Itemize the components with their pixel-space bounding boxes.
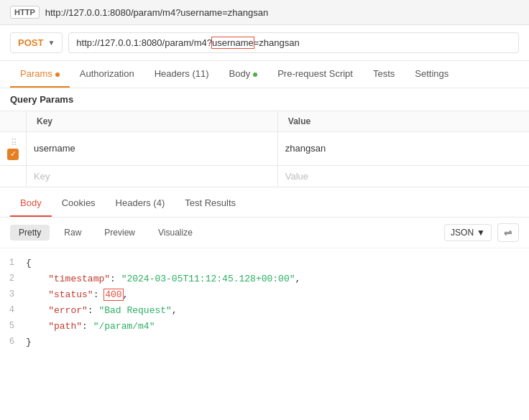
line-num-4: 4 (0, 303, 26, 319)
method-select[interactable]: POST ▼ (10, 32, 63, 53)
tab-prerequest[interactable]: Pre-request Script (267, 61, 363, 88)
url-base: http://127.0.0.1:8080/param/m4? (76, 37, 212, 48)
url-input-display[interactable]: http://127.0.0.1:8080/param/m4?username=… (68, 32, 519, 53)
code-line-6: 6 } (0, 335, 529, 350)
drag-handle-icon: ⠿ (11, 138, 16, 148)
url-username-highlight: username (212, 37, 254, 48)
row-key[interactable]: username (27, 132, 278, 166)
code-line-3: 3 "status": 400, (0, 287, 529, 303)
chevron-down-icon: ▼ (47, 39, 55, 47)
col-value: Value (277, 111, 529, 132)
line-num-2: 2 (0, 271, 26, 287)
code-line-5: 5 "path": "/param/m4" (0, 319, 529, 335)
code-line-2: 2 "timestamp": "2024-03-05T11:12:45.128+… (0, 271, 529, 287)
col-key: Key (27, 111, 278, 132)
line-content-1: { (26, 256, 32, 271)
empty-ctrl (0, 165, 27, 187)
query-params-label: Query Params (0, 88, 529, 111)
preview-button[interactable]: Preview (96, 225, 144, 241)
method-label: POST (18, 37, 43, 48)
table-row: ⠿ ✓ username zhangsan (0, 132, 529, 166)
col-ctrl (0, 111, 27, 132)
line-num-3: 3 (0, 287, 26, 303)
title-url: http://127.0.0.1:8080/param/m4?username=… (45, 7, 268, 18)
tab-params[interactable]: Params (10, 61, 70, 88)
url-rest: =zhangsan (254, 37, 300, 48)
empty-key-placeholder: Key (34, 171, 50, 182)
title-bar: HTTP http://127.0.0.1:8080/param/m4?user… (0, 0, 529, 25)
format-chevron-icon: ▼ (477, 228, 485, 238)
wrap-button[interactable]: ⇌ (497, 223, 519, 242)
json-val-timestamp: "2024-03-05T11:12:45.128+00:00" (121, 274, 295, 284)
json-key-timestamp: "timestamp" (48, 274, 110, 284)
code-line-4: 4 "error": "Bad Request", (0, 303, 529, 319)
tab-authorization[interactable]: Authorization (70, 61, 144, 88)
table-empty-row: Key Value (0, 165, 529, 187)
params-dot (55, 73, 60, 77)
line-content-5: "path": "/param/m4" (26, 319, 155, 335)
body-dot (253, 73, 257, 77)
json-key-error: "error" (48, 305, 88, 316)
format-bar: Pretty Raw Preview Visualize JSON ▼ ⇌ (0, 218, 529, 248)
line-content-4: "error": "Bad Request", (26, 303, 178, 319)
json-key-path: "path" (48, 321, 82, 332)
line-content-2: "timestamp": "2024-03-05T11:12:45.128+00… (26, 271, 300, 287)
body-tabs: Body Cookies Headers (4) Test Results (0, 190, 529, 218)
empty-value[interactable]: Value (277, 165, 529, 187)
format-label: JSON (451, 228, 474, 238)
row-checkbox[interactable]: ✓ (7, 149, 19, 160)
tab-body[interactable]: Body (219, 61, 268, 88)
line-num-5: 5 (0, 319, 26, 335)
line-num-6: 6 (0, 335, 26, 350)
tab-headers[interactable]: Headers (11) (144, 61, 219, 88)
raw-button[interactable]: Raw (55, 225, 90, 241)
body-tab-body[interactable]: Body (10, 190, 52, 217)
body-tab-testresults[interactable]: Test Results (175, 190, 246, 217)
row-value[interactable]: zhangsan (277, 132, 529, 166)
json-val-status: 400 (104, 289, 122, 300)
body-tab-cookies[interactable]: Cookies (52, 190, 106, 217)
code-area: 1 { 2 "timestamp": "2024-03-05T11:12:45.… (0, 248, 529, 358)
tab-tests[interactable]: Tests (363, 61, 405, 88)
line-content-3: "status": 400, (26, 287, 128, 303)
json-val-error: "Bad Request" (98, 305, 171, 316)
visualize-button[interactable]: Visualize (150, 225, 201, 241)
row-controls: ⠿ ✓ (0, 132, 27, 166)
http-badge: HTTP (10, 6, 40, 19)
tab-settings[interactable]: Settings (405, 61, 459, 88)
empty-key[interactable]: Key (27, 165, 278, 187)
line-num-1: 1 (0, 256, 26, 271)
json-key-status: "status" (48, 289, 93, 300)
params-table: Key Value ⠿ ✓ username zhangsan Key Valu… (0, 111, 529, 187)
body-tab-headers4[interactable]: Headers (4) (106, 190, 175, 217)
wrap-icon: ⇌ (504, 227, 512, 238)
line-content-6: } (26, 335, 32, 350)
code-line-1: 1 { (0, 256, 529, 271)
format-select[interactable]: JSON ▼ (444, 224, 492, 241)
key-text: username (34, 143, 75, 154)
json-val-path: "/param/m4" (93, 321, 155, 332)
empty-value-placeholder: Value (285, 171, 308, 182)
pretty-button[interactable]: Pretty (10, 225, 50, 241)
request-bar: POST ▼ http://127.0.0.1:8080/param/m4?us… (0, 25, 529, 61)
value-text: zhangsan (285, 143, 326, 154)
top-tabs: Params Authorization Headers (11) Body P… (0, 61, 529, 88)
